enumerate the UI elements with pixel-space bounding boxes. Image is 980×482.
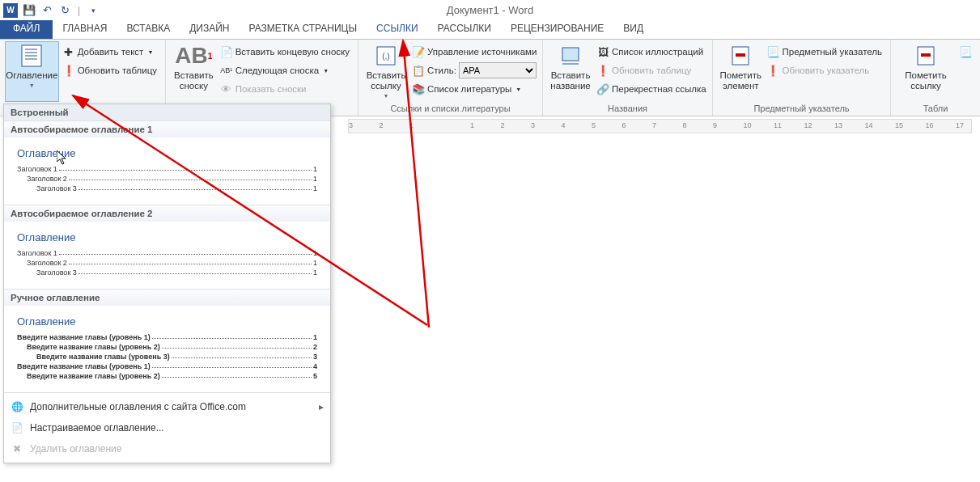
ruler-tick: 17 bbox=[956, 121, 964, 129]
toc-icon bbox=[19, 43, 45, 69]
update-captions-button: ❗ Обновить таблицу bbox=[593, 61, 710, 79]
toc-preview-line: Заголовок 11 bbox=[17, 248, 317, 258]
illustrations-label: Список иллюстраций bbox=[612, 47, 703, 57]
save-icon[interactable]: 💾 bbox=[23, 4, 36, 17]
update-table-button[interactable]: ❗ Обновить таблицу bbox=[59, 61, 160, 79]
ruler-tick: 1 bbox=[470, 121, 474, 129]
illustrations-list-button[interactable]: 🖼 Список иллюстраций bbox=[593, 43, 710, 61]
svg-rect-12 bbox=[921, 53, 931, 57]
insert-endnote-label: Вставить концевую сноску bbox=[235, 47, 350, 57]
insert-endnote-button[interactable]: 📄 Вставить концевую сноску bbox=[217, 43, 353, 61]
toc-remove-label: Удалить оглавление bbox=[30, 443, 121, 455]
ribbon-group-citations: (,) Вставить ссылку ▼ 📝 Управление источ… bbox=[358, 40, 543, 116]
toc-preview-line: Заголовок 11 bbox=[17, 164, 317, 174]
crossref-label: Перекрестная ссылка bbox=[612, 84, 706, 94]
ruler-tick: 16 bbox=[926, 121, 934, 129]
tab-mailings[interactable]: РАССЫЛКИ bbox=[428, 20, 501, 39]
horizontal-ruler[interactable]: 3211234567891011121314151617 bbox=[348, 119, 972, 133]
illustrations-icon: 🖼 bbox=[596, 45, 609, 58]
toc-custom[interactable]: 📄 Настраиваемое оглавление... bbox=[4, 417, 330, 438]
index-list-label: Предметный указатель bbox=[782, 47, 882, 57]
svg-rect-10 bbox=[736, 53, 745, 57]
show-footnotes-label: Показать сноски bbox=[235, 84, 307, 94]
bibliography-button[interactable]: 📚 Список литературы ▼ bbox=[409, 80, 540, 98]
ruler-tick: 10 bbox=[744, 121, 752, 129]
crossref-button[interactable]: 🔗 Перекрестная ссылка bbox=[593, 80, 710, 98]
mark-entry-button[interactable]: Пометить элемент bbox=[718, 41, 763, 102]
tab-insert[interactable]: ВСТАВКА bbox=[117, 20, 180, 39]
document-body[interactable] bbox=[333, 136, 980, 482]
remove-toc-icon: ✖ bbox=[11, 442, 23, 455]
toc-more-online[interactable]: 🌐 Дополнительные оглавления с сайта Offi… bbox=[4, 396, 330, 417]
toc-preview-line: Введите название главы (уровень 1)4 bbox=[17, 362, 317, 371]
index-group-label: Предметный указатель bbox=[718, 102, 885, 116]
citation-style-select[interactable]: APA bbox=[459, 62, 537, 78]
ruler-tick: 14 bbox=[865, 121, 873, 129]
ruler-tick: 5 bbox=[592, 121, 596, 129]
custom-toc-icon: 📄 bbox=[11, 421, 23, 434]
update-icon: ❗ bbox=[62, 64, 75, 77]
style-icon: 📋 bbox=[412, 64, 425, 77]
add-text-icon: ✚ bbox=[62, 45, 75, 58]
ruler-tick: 9 bbox=[713, 121, 717, 129]
manage-sources-button[interactable]: 📝 Управление источниками bbox=[409, 43, 540, 61]
tab-home[interactable]: ГЛАВНАЯ bbox=[53, 20, 117, 39]
redo-icon[interactable]: ↻ bbox=[58, 4, 71, 17]
toc-more-online-label: Дополнительные оглавления с сайта Office… bbox=[30, 401, 246, 412]
window-title: Документ1 - Word bbox=[447, 4, 533, 16]
insert-citation-button[interactable]: (,) Вставить ссылку ▼ bbox=[363, 41, 409, 102]
toc-gallery-dropdown: Встроенный Автособираемое оглавление 1 О… bbox=[3, 104, 331, 463]
citations-group-label: Ссылки и списки литературы bbox=[363, 102, 537, 116]
manage-sources-label: Управление источниками bbox=[427, 47, 537, 57]
next-footnote-button[interactable]: AB¹ Следующая сноска ▼ bbox=[217, 61, 353, 79]
bibliography-icon: 📚 bbox=[412, 82, 425, 95]
insert-footnote-button[interactable]: AB1 Вставить сноску bbox=[171, 41, 217, 102]
chevron-down-icon: ▼ bbox=[384, 93, 389, 99]
ruler-tick: 3 bbox=[349, 121, 353, 129]
ruler-tick: 13 bbox=[834, 121, 842, 129]
qat-customize-icon[interactable]: ▾ bbox=[87, 4, 100, 17]
undo-icon[interactable]: ↶ bbox=[40, 4, 53, 17]
ribbon-group-captions: Вставить название 🖼 Список иллюстраций ❗… bbox=[543, 40, 713, 116]
svg-text:(,): (,) bbox=[382, 52, 389, 61]
tab-layout[interactable]: РАЗМЕТКА СТРАНИЦЫ bbox=[240, 20, 367, 39]
toc-preview-line: Введите название главы (уровень 2)2 bbox=[17, 342, 317, 352]
ruler-tick: 2 bbox=[380, 121, 384, 129]
insert-caption-button[interactable]: Вставить название bbox=[548, 41, 593, 102]
globe-icon: 🌐 bbox=[11, 400, 23, 413]
toc-auto1-header: Автособираемое оглавление 1 bbox=[4, 120, 330, 137]
ruler-tick: 8 bbox=[683, 121, 687, 129]
qat-separator: | bbox=[78, 5, 80, 16]
toc-auto2-header: Автособираемое оглавление 2 bbox=[4, 205, 330, 222]
mark-entry-icon bbox=[728, 43, 753, 69]
citation-style-control[interactable]: 📋 Стиль: APA bbox=[409, 61, 540, 79]
tab-review[interactable]: РЕЦЕНЗИРОВАНИЕ bbox=[501, 20, 613, 39]
authorities-more-icon: 📃 bbox=[959, 45, 972, 58]
ruler-tick: 1 bbox=[409, 121, 414, 129]
ruler-tick: 11 bbox=[774, 121, 782, 129]
mark-citation-button[interactable]: Пометить ссылку bbox=[896, 41, 956, 102]
chevron-right-icon: ▸ bbox=[319, 401, 324, 412]
crossref-icon: 🔗 bbox=[596, 82, 609, 95]
toc-manual-preview[interactable]: ОглавлениеВведите название главы (уровен… bbox=[4, 306, 330, 392]
ruler-tick: 3 bbox=[531, 121, 535, 129]
toc-auto1-preview[interactable]: ОглавлениеЗаголовок 11Заголовок 21Заголо… bbox=[4, 137, 330, 205]
chevron-down-icon: ▼ bbox=[515, 87, 521, 92]
tab-view[interactable]: ВИД bbox=[613, 20, 653, 39]
toc-preview-line: Заголовок 21 bbox=[17, 258, 317, 268]
authorities-more-button[interactable]: 📃 bbox=[956, 43, 975, 61]
ruler-tick: 7 bbox=[652, 121, 656, 129]
toc-auto2-preview[interactable]: ОглавлениеЗаголовок 11Заголовок 21Заголо… bbox=[4, 222, 330, 289]
add-text-button[interactable]: ✚ Добавить текст ▼ bbox=[59, 43, 160, 61]
toc-preview-line: Введите название главы (уровень 3)3 bbox=[17, 352, 317, 362]
ruler-tick: 12 bbox=[804, 121, 812, 129]
toc-button[interactable]: Оглавление ▼ bbox=[5, 41, 59, 102]
tab-design[interactable]: ДИЗАЙН bbox=[180, 20, 239, 39]
index-list-icon: 📃 bbox=[766, 45, 779, 58]
tab-references[interactable]: ССЫЛКИ bbox=[367, 20, 427, 39]
toc-remove: ✖ Удалить оглавление bbox=[4, 438, 330, 459]
tab-file[interactable]: ФАЙЛ bbox=[0, 20, 53, 39]
index-list-button[interactable]: 📃 Предметный указатель bbox=[763, 43, 885, 61]
ruler-tick: 15 bbox=[895, 121, 903, 129]
ruler-tick: 4 bbox=[562, 121, 566, 129]
